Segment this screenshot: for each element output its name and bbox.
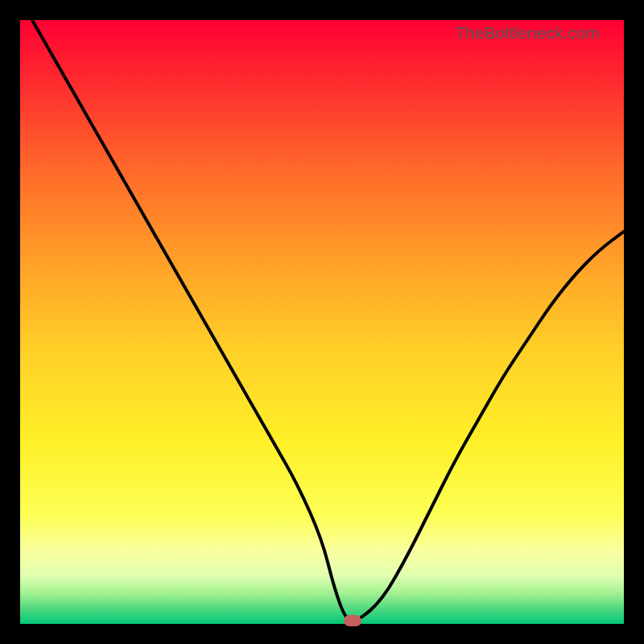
optimal-marker	[344, 615, 361, 626]
bottleneck-curve	[20, 20, 624, 624]
chart-container: TheBottleneck.com	[20, 20, 624, 624]
watermark-text: TheBottleneck.com	[455, 23, 600, 43]
